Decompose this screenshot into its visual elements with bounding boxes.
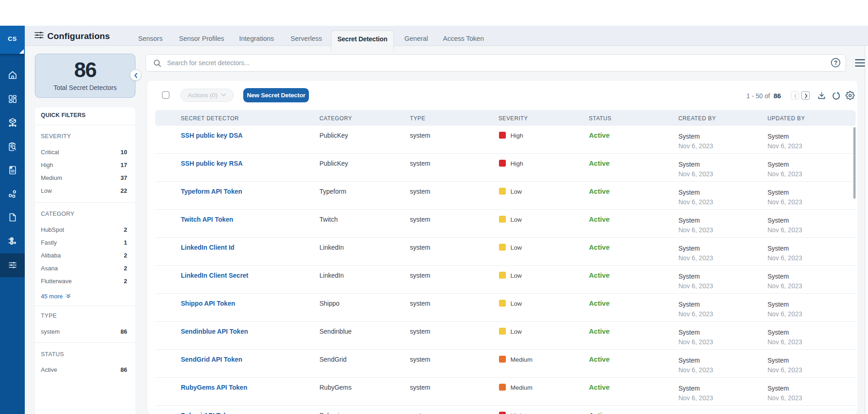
svg-text:?: ? xyxy=(834,60,838,66)
